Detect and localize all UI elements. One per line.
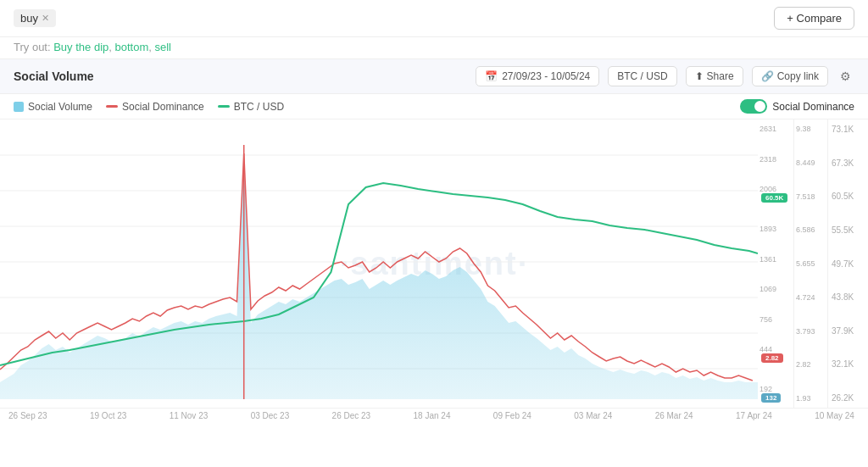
settings-button[interactable]: ⚙ bbox=[837, 66, 854, 86]
y-right-1: 73.1K bbox=[832, 125, 865, 134]
x-label-11: 10 May 24 bbox=[815, 411, 854, 420]
y-right-5: 49.7K bbox=[832, 259, 865, 269]
y-mid-4: 6.586 bbox=[796, 225, 826, 234]
social-dominance-toggle[interactable] bbox=[740, 99, 767, 114]
tag-row: buy ✕ bbox=[14, 9, 56, 27]
header-controls: 📅 27/09/23 - 10/05/24 BTC / USD ⬆ Share … bbox=[476, 66, 854, 86]
x-label-7: 09 Feb 24 bbox=[493, 411, 531, 420]
btc-badge: 60.5K bbox=[761, 193, 787, 203]
chart-title: Social Volume bbox=[14, 69, 94, 83]
social-dominance-toggle-group[interactable]: Social Dominance bbox=[740, 99, 854, 114]
y-axis-right-values: 73.1K 67.3K 60.5K 55.5K 49.7K 43.8K 37.9… bbox=[827, 120, 868, 408]
y-val-1: 2631 bbox=[760, 125, 792, 133]
y-mid-9: 1.93 bbox=[796, 394, 826, 403]
toggle-label: Social Dominance bbox=[772, 101, 854, 113]
legend-social-volume: Social Volume bbox=[14, 101, 92, 113]
social-dominance-color bbox=[106, 105, 118, 108]
x-label-10: 17 Apr 24 bbox=[736, 411, 772, 420]
y-right-9: 26.2K bbox=[832, 393, 865, 403]
y-right-7: 37.9K bbox=[832, 326, 865, 336]
calendar-icon: 📅 bbox=[485, 70, 498, 82]
share-label: Share bbox=[707, 70, 734, 82]
y-val-2: 2318 bbox=[760, 155, 792, 164]
legend-items: Social Volume Social Dominance BTC / USD bbox=[14, 101, 284, 113]
btc-usd-label: BTC / USD bbox=[234, 101, 284, 113]
try-bottom-link[interactable]: bottom bbox=[114, 41, 148, 53]
y-axis-left-values: 2631 2318 2006 60.5K 1893 1361 1069 756 … bbox=[758, 120, 793, 408]
x-label-1: 26 Sep 23 bbox=[8, 411, 47, 420]
y-mid-3: 7.518 bbox=[796, 192, 826, 201]
social-volume-color bbox=[14, 102, 24, 112]
chart-area: ·santiment· 2631 2318 2006 60.5K bbox=[0, 120, 868, 408]
y-right-4: 55.5K bbox=[832, 225, 865, 235]
y-val-7: 756 bbox=[760, 315, 792, 324]
y-right-2: 67.3K bbox=[832, 158, 865, 168]
x-label-2: 19 Oct 23 bbox=[90, 411, 126, 420]
y-mid-8: 2.82 bbox=[796, 360, 826, 369]
y-mid-7: 3.793 bbox=[796, 327, 826, 336]
social-volume-label: Social Volume bbox=[28, 101, 92, 113]
x-label-9: 26 Mar 24 bbox=[655, 411, 693, 420]
try-sell-link[interactable]: sell bbox=[154, 41, 171, 53]
buy-tag[interactable]: buy ✕ bbox=[14, 9, 56, 27]
social-dom-badge: 2.82 bbox=[761, 353, 783, 363]
try-out-prefix: Try out: bbox=[14, 41, 53, 53]
x-label-4: 03 Dec 23 bbox=[251, 411, 290, 420]
date-range-picker[interactable]: 📅 27/09/23 - 10/05/24 bbox=[476, 66, 599, 86]
compare-button[interactable]: + Compare bbox=[774, 7, 854, 30]
y-val-6: 1069 bbox=[760, 285, 792, 293]
share-icon: ⬆ bbox=[695, 70, 704, 82]
tag-close-icon[interactable]: ✕ bbox=[42, 13, 49, 24]
date-range-text: 27/09/23 - 10/05/24 bbox=[502, 70, 590, 82]
x-label-6: 18 Jan 24 bbox=[414, 411, 451, 420]
y-mid-5: 5.655 bbox=[796, 259, 826, 268]
x-label-8: 03 Mar 24 bbox=[574, 411, 612, 420]
y-val-9: 192 132 bbox=[760, 385, 792, 403]
x-label-3: 11 Nov 23 bbox=[170, 411, 209, 420]
y-mid-1: 9.38 bbox=[796, 125, 826, 133]
chart-header: Social Volume 📅 27/09/23 - 10/05/24 BTC … bbox=[0, 58, 868, 94]
try-out-bar: Try out: Buy the dip, bottom, sell bbox=[0, 37, 868, 58]
y-mid-6: 4.724 bbox=[796, 293, 826, 302]
y-val-5: 1361 bbox=[760, 255, 792, 264]
copy-label: Copy link bbox=[777, 70, 819, 82]
top-bar: buy ✕ + Compare bbox=[0, 0, 868, 37]
legend-row: Social Volume Social Dominance BTC / USD… bbox=[0, 94, 868, 120]
copy-link-button[interactable]: 🔗 Copy link bbox=[752, 66, 828, 86]
y-val-4: 1893 bbox=[760, 225, 792, 233]
link-icon: 🔗 bbox=[761, 70, 774, 82]
chart-svg bbox=[0, 120, 758, 408]
x-label-5: 26 Dec 23 bbox=[332, 411, 371, 420]
pair-button[interactable]: BTC / USD bbox=[608, 66, 676, 86]
share-button[interactable]: ⬆ Share bbox=[686, 66, 743, 86]
try-buy-dip-link[interactable]: Buy the dip bbox=[53, 41, 108, 53]
svg-marker-7 bbox=[0, 162, 758, 399]
y-right-3: 60.5K bbox=[832, 192, 865, 201]
y-right-6: 43.8K bbox=[832, 292, 865, 302]
tag-label: buy bbox=[20, 12, 38, 25]
x-axis: 26 Sep 23 19 Oct 23 11 Nov 23 03 Dec 23 … bbox=[0, 408, 868, 423]
y-right-8: 32.1K bbox=[832, 359, 865, 369]
toggle-knob bbox=[754, 101, 765, 112]
legend-social-dominance: Social Dominance bbox=[106, 101, 204, 113]
btc-usd-color bbox=[218, 105, 230, 108]
social-dominance-label: Social Dominance bbox=[122, 101, 204, 113]
y-mid-2: 8.449 bbox=[796, 158, 826, 167]
y-axis-mid-values: 9.38 8.449 7.518 6.586 5.655 4.724 3.793… bbox=[793, 120, 827, 408]
y-val-8: 444 2.82 bbox=[760, 345, 792, 363]
legend-btc-usd: BTC / USD bbox=[218, 101, 284, 113]
social-vol-badge: 132 bbox=[761, 393, 781, 403]
y-val-3: 2006 60.5K bbox=[760, 185, 792, 203]
